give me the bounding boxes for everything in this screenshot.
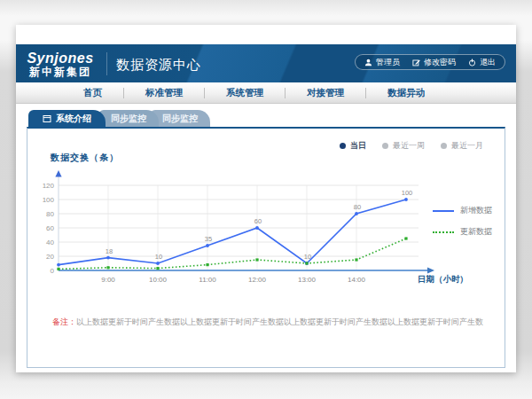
power-icon [468,59,476,66]
svg-text:0: 0 [51,267,55,275]
solid-line-swatch [433,210,454,212]
footnote-text: 以上数据更新于时间产生数据以上数据更新于时间产生数据以上数据更新于时间产生数据以… [76,317,483,326]
svg-text:10: 10 [304,253,311,261]
tab-sync-monitor-1[interactable]: 同步监控 [98,110,159,127]
svg-text:9:00: 9:00 [101,276,115,284]
chart-y-axis-title: 数据交换（条） [51,152,119,164]
svg-text:18: 18 [106,247,113,255]
header-divider [106,52,107,75]
filter-last-month[interactable]: 最近一月 [441,140,483,152]
app-title: 数据资源中心 [116,53,201,74]
tab-label: 系统介绍 [56,113,91,125]
nav-item-data-change[interactable]: 数据异动 [366,87,446,99]
dotted-line-swatch [433,231,454,233]
legend-new-data[interactable]: 新增数据 [433,205,492,216]
svg-text:100: 100 [402,189,413,197]
tab-sync-monitor-2[interactable]: 同步监控 [150,110,210,127]
logo-text-en: Synjones [16,51,105,66]
main-nav: 首页 标准管理 系统管理 对接管理 数据异动 [16,82,516,104]
line-chart: 0204060801001209:0010:0011:0012:0013:001… [32,166,493,290]
legend-label: 新增数据 [460,205,492,216]
logo-text-cn: 新中新集团 [16,66,105,78]
legend-updated-data[interactable]: 更新数据 [433,226,492,238]
tab-label: 同步监控 [162,113,198,125]
svg-text:10: 10 [155,253,162,261]
svg-text:100: 100 [43,196,55,204]
filter-last-week[interactable]: 最近一周 [382,140,425,152]
app-header: Synjones 新中新集团 数据资源中心 管理员 [16,44,516,82]
svg-text:60: 60 [254,217,262,225]
nav-item-system-mgmt[interactable]: 系统管理 [205,87,285,99]
nav-item-docking-mgmt[interactable]: 对接管理 [286,87,365,99]
filter-today[interactable]: 当日 [340,140,366,152]
tab-label: 同步监控 [111,113,146,125]
radio-icon [441,143,447,149]
svg-text:120: 120 [43,182,55,190]
radio-icon [382,143,388,149]
svg-text:14:00: 14:00 [348,276,366,284]
legend-label: 更新数据 [460,226,492,238]
svg-text:12:00: 12:00 [248,276,267,284]
svg-text:11:00: 11:00 [199,276,216,284]
page-top-space [16,25,516,44]
filter-label: 当日 [350,140,366,152]
chart-container: 0204060801001209:0010:0011:0012:0013:001… [32,166,493,293]
chart-legend: 新增数据 更新数据 [433,205,492,238]
tab-bar: 系统介绍 同步监控 同步监控 [27,110,505,127]
svg-text:35: 35 [205,235,212,243]
content-area: 系统介绍 同步监控 同步监控 当日 最近一周 [16,110,516,368]
user-name-label: 管理员 [376,57,400,68]
svg-text:60: 60 [46,224,54,232]
footnote-prefix: 备注： [52,317,76,326]
time-range-filter: 当日 最近一周 最近一月 [340,140,483,152]
radio-icon [340,143,346,149]
svg-text:10:00: 10:00 [149,276,168,284]
svg-text:40: 40 [46,239,54,246]
logout-button[interactable]: 退出 [468,57,496,68]
filter-label: 最近一月 [451,140,483,152]
user-icon [364,59,372,66]
change-password-label: 修改密码 [424,57,456,68]
nav-item-home[interactable]: 首页 [62,87,123,99]
chart-panel: 当日 最近一周 最近一月 数据交换（条） 0204060801001209:00… [27,127,505,368]
svg-text:80: 80 [46,210,54,218]
edit-icon [412,59,420,66]
tab-system-intro[interactable]: 系统介绍 [28,110,106,127]
logout-label: 退出 [480,57,496,68]
svg-text:13:00: 13:00 [298,276,317,284]
current-user[interactable]: 管理员 [364,57,400,68]
browser-page: Synjones 新中新集团 数据资源中心 管理员 [16,25,516,372]
user-menu: 管理员 修改密码 退出 [355,54,505,70]
company-logo: Synjones 新中新集团 [16,50,105,77]
svg-text:20: 20 [46,253,54,261]
svg-text:80: 80 [354,203,361,211]
change-password-button[interactable]: 修改密码 [412,57,456,68]
footnote: 备注：以上数据更新于时间产生数据以上数据更新于时间产生数据以上数据更新于时间产生… [52,317,483,328]
window-icon [43,114,51,123]
svg-text:日期（小时）: 日期（小时） [418,274,468,285]
nav-item-standard-mgmt[interactable]: 标准管理 [124,87,204,99]
screenshot-stage: Synjones 新中新集团 数据资源中心 管理员 [0,0,532,399]
filter-label: 最近一周 [393,140,425,152]
